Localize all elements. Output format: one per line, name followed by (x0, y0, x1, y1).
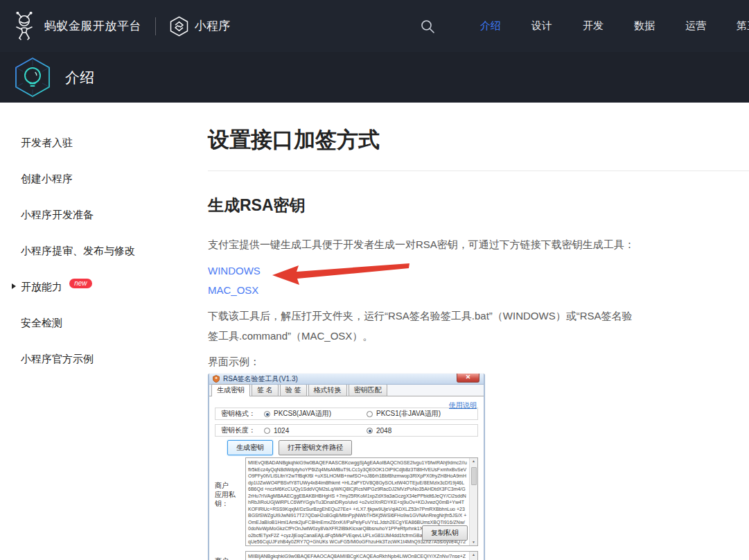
tab-generate-key[interactable]: 生成密钥 (211, 384, 250, 396)
scroll-thumb[interactable] (471, 467, 477, 485)
expand-arrow-icon[interactable] (12, 283, 16, 289)
tab-key-match[interactable]: 密钥匹配 (349, 384, 387, 396)
public-key-label: 商户 应用公钥： (215, 551, 245, 560)
rsa-tool-window-screenshot: RSA签名验签工具(V1.3) ✕ 生成密钥 签 名 验 签 格式转换 密钥匹配… (208, 374, 485, 560)
radio-unselected-icon[interactable] (367, 411, 373, 417)
scroll-up-icon[interactable]: ▲ (472, 458, 475, 464)
private-key-label: 商户 应用私钥： (215, 457, 245, 546)
sidebar-item-create-miniprogram[interactable]: 创建小程序 (21, 172, 201, 186)
key-format-row: 密钥格式： PKCS8(JAVA适用) PKCS1(非JAVA适用) (215, 408, 478, 420)
usage-paragraph: 下载该工具后，解压打开文件夹，运行“RSA签名验签工具.bat”（WINDOWS… (208, 306, 635, 346)
tool-app-icon (213, 375, 220, 383)
top-navbar: 蚂蚁金服开放平台 小程序 介绍 设计 开发 数据 运营 第三方服务 (0, 0, 749, 52)
key-format-label: 密钥格式： (221, 409, 264, 419)
sidebar-item-developer-onboarding[interactable]: 开发者入驻 (21, 136, 201, 150)
tool-body: 使用说明 密钥格式： PKCS8(JAVA适用) PKCS1(非JAVA适用) … (209, 396, 484, 560)
radio-pkcs1[interactable]: PKCS1(非JAVA适用) (367, 409, 441, 419)
intro-paragraph: 支付宝提供一键生成工具便于开发者生成一对RSA密钥，可通过下方链接下载密钥生成工… (208, 236, 749, 253)
tool-tabstrip: 生成密钥 签 名 验 签 格式转换 密钥匹配 (209, 385, 484, 396)
public-key-row: 商户 应用公钥： MIIBIjANBgkqhkiG9w0BAQEFAAOCAQ8… (215, 551, 478, 560)
tab-sign[interactable]: 签 名 (252, 384, 279, 396)
radio-pkcs8[interactable]: PKCS8(JAVA适用) (264, 409, 367, 419)
copy-private-key-button[interactable]: 复制私钥 (422, 525, 468, 541)
scroll-down-icon[interactable]: ▼ (472, 539, 475, 545)
sidebar-item-dev-preparation[interactable]: 小程序开发准备 (21, 208, 201, 222)
lightbulb-hexagon-icon (12, 56, 53, 99)
download-links: WINDOWS MAC_OSX (208, 261, 749, 300)
banner-title: 介绍 (65, 68, 94, 87)
sidebar-item-security-check[interactable]: 安全检测 (21, 316, 201, 330)
tab-format-convert[interactable]: 格式转换 (308, 384, 347, 396)
nav-item-data[interactable]: 数据 (634, 19, 655, 33)
sidebar: 开发者入驻 创建小程序 小程序开发准备 小程序提审、发布与修改 开放能力 new… (0, 103, 201, 560)
radio-1024[interactable]: 1024 (264, 427, 367, 435)
tool-titlebar: RSA签名验签工具(V1.3) ✕ (209, 374, 484, 385)
sidebar-item-review-publish[interactable]: 小程序提审、发布与修改 (21, 244, 201, 258)
brand-separator (155, 17, 156, 35)
public-key-value: MIIBIjANBgkqhkiG9w0BAQEFAAOCAQ8AMIIBCgKC… (246, 552, 477, 560)
miniprogram-hexagon-icon (170, 16, 188, 37)
nav-item-thirdparty[interactable]: 第三方服务 (737, 19, 749, 33)
page-title: 设置接口加签方式 (208, 126, 749, 154)
brand-title: 蚂蚁金服开放平台 (44, 18, 141, 34)
product[interactable]: 小程序 (170, 16, 230, 37)
public-key-scrollbar[interactable]: ▲ (469, 552, 477, 560)
radio-selected-icon[interactable] (367, 428, 373, 434)
private-key-textarea[interactable]: MIIEvQIBADANBgkqhkiG9w0BAQEFAASCBKcwggSj… (245, 457, 478, 546)
search-icon[interactable] (419, 18, 436, 35)
windows-download-link[interactable]: WINDOWS (208, 261, 749, 281)
public-key-textarea[interactable]: MIIBIjANBgkqhkiG9w0BAQEFAAOCAQ8AMIIBCgKC… (245, 551, 478, 560)
tab-verify[interactable]: 验 签 (280, 384, 307, 396)
brand[interactable]: 蚂蚁金服开放平台 (12, 12, 141, 41)
page-banner: 介绍 (0, 52, 749, 103)
top-navigation: 介绍 设计 开发 数据 运营 第三方服务 (419, 0, 749, 52)
divider (208, 170, 749, 171)
section-title: 生成RSA密钥 (208, 195, 749, 216)
key-length-row: 密钥长度： 1024 2048 (215, 424, 478, 437)
nav-item-develop[interactable]: 开发 (583, 19, 603, 33)
key-length-label: 密钥长度： (221, 426, 264, 435)
radio-2048[interactable]: 2048 (367, 427, 391, 435)
scroll-up-icon[interactable]: ▲ (472, 552, 475, 558)
product-title: 小程序 (195, 18, 230, 34)
new-badge: new (69, 279, 91, 288)
nav-item-intro[interactable]: 介绍 (480, 19, 501, 33)
nav-item-operation[interactable]: 运营 (685, 19, 706, 33)
private-key-scrollbar[interactable]: ▲ ▼ (469, 458, 477, 545)
radio-unselected-icon[interactable] (264, 428, 270, 434)
generate-key-button[interactable]: 生成密钥 (227, 440, 273, 455)
close-icon[interactable]: ✕ (457, 374, 479, 383)
main-content: 设置接口加签方式 生成RSA密钥 支付宝提供一键生成工具便于开发者生成一对RSA… (208, 103, 749, 560)
usage-instructions-link[interactable]: 使用说明 (449, 401, 477, 409)
radio-selected-icon[interactable] (264, 411, 270, 417)
open-key-path-button[interactable]: 打开密钥文件路径 (279, 440, 352, 455)
tool-title: RSA签名验签工具(V1.3) (223, 374, 298, 384)
example-label: 界面示例： (208, 354, 749, 369)
macosx-download-link[interactable]: MAC_OSX (208, 281, 749, 300)
nav-item-design[interactable]: 设计 (531, 19, 552, 33)
sidebar-item-official-examples[interactable]: 小程序官方示例 (21, 352, 201, 366)
ant-logo-icon (12, 12, 37, 41)
private-key-row: 商户 应用私钥： MIIEvQIBADANBgkqhkiG9w0BAQEFAAS… (215, 457, 478, 546)
sidebar-item-open-capability[interactable]: 开放能力 new (21, 280, 201, 294)
